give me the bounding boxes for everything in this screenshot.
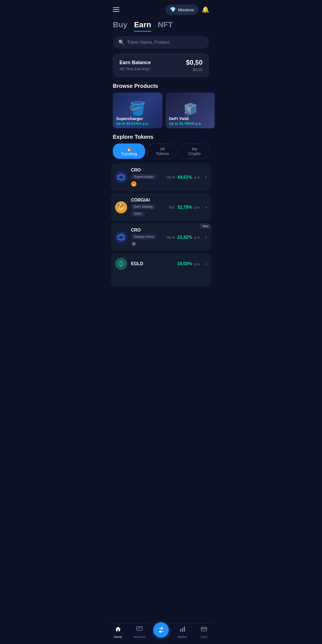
- token-item-cro-airdrop[interactable]: New CRO Airdrop Arena 👁 Up to 22,42% p.a…: [111, 223, 211, 251]
- corgiai-tags: DeFi Staking 360D: [131, 204, 165, 217]
- supercharger-rate-value: 44,51%% p.a.: [126, 121, 149, 126]
- token-item-egld[interactable]: EGLD 10,00% p.a. ›: [111, 253, 211, 286]
- products-scroll: 🪣 Supercharger Up to 44,51%% p.a. 🧊 DeFi…: [107, 93, 215, 134]
- defi-content: DeFi Yield Up to 32,79%% p.a.: [166, 113, 215, 128]
- balance-card: Earn Balance All-Time Earnings $0,50 $0,…: [113, 53, 209, 77]
- tab-earn[interactable]: Earn: [134, 20, 151, 32]
- svg-marker-3: [119, 235, 123, 240]
- cro-supercharger-rate-value: 44,51%: [177, 175, 192, 180]
- filter-my-crypto[interactable]: My Crypto: [180, 143, 209, 159]
- supercharger-rate: Up to 44,51%% p.a.: [116, 121, 159, 126]
- tag-supercharger: Supercharger: [131, 174, 157, 180]
- missions-label: Missions: [178, 7, 194, 12]
- egld-rate-suffix: p.a.: [194, 262, 200, 266]
- chevron-right-icon: ›: [205, 174, 207, 180]
- browse-products-title: Browse Products: [107, 83, 215, 93]
- cro-airdrop-avatar: [115, 231, 127, 243]
- corgiai-rate-suffix: p.a.: [194, 205, 200, 209]
- cro-airdrop-tags: Airdrop Arena 👁: [131, 234, 163, 247]
- cro-supercharger-rate: Up to 44,51% p.a.: [167, 175, 200, 180]
- app-header: 💎 Missions 🔔: [107, 0, 215, 17]
- corgiai-name: CORGIAI: [131, 198, 165, 203]
- egld-avatar: [115, 258, 127, 270]
- missions-button[interactable]: 💎 Missions: [165, 4, 198, 15]
- fire-badge-icon: 🔥: [131, 181, 137, 187]
- defi-rate-value: 32,79%% p.a.: [179, 121, 202, 126]
- egld-rate: 10,00% p.a.: [177, 261, 200, 266]
- cro-airdrop-info: CRO Airdrop Arena 👁: [131, 228, 163, 247]
- supercharger-rate-number: 44,51%: [126, 121, 138, 126]
- balance-subtitle: All-Time Earnings: [119, 67, 151, 71]
- hamburger-menu[interactable]: [113, 7, 119, 12]
- cro-rate-prefix: Up to: [167, 175, 175, 179]
- corgiai-rate: Est. 32,79% p.a.: [169, 205, 200, 210]
- balance-title: Earn Balance: [119, 60, 151, 66]
- product-card-defi[interactable]: 🧊 DeFi Yield Up to 32,79%% p.a.: [166, 93, 215, 128]
- chevron-right-icon: ›: [205, 261, 207, 267]
- cro-airdrop-rate-value: 22,42%: [177, 235, 192, 240]
- tag-defi-staking: DeFi Staking: [131, 204, 155, 210]
- egld-rate-value: 10,00%: [177, 261, 192, 266]
- eye-badge-icon: 👁: [131, 241, 137, 247]
- search-bar[interactable]: 🔍 Token Name, Product: [113, 36, 209, 49]
- cro-airdrop-rate: Up to 22,42% p.a.: [167, 235, 200, 240]
- explore-tokens-title: Explore Tokens: [107, 134, 215, 143]
- balance-earnings: $0,01: [186, 67, 203, 72]
- defi-rate-prefix: Up to: [169, 121, 178, 126]
- search-container: 🔍 Token Name, Product: [107, 32, 215, 53]
- svg-marker-1: [119, 175, 123, 180]
- supercharger-content: Supercharger Up to 44,51%% p.a.: [113, 113, 162, 128]
- tag-360d: 360D: [131, 211, 144, 217]
- main-tabs: Buy Earn NFT: [107, 17, 215, 32]
- new-badge: New: [200, 223, 211, 229]
- cro-supercharger-name: CRO: [131, 168, 163, 173]
- balance-right: $0,50 $0,01: [186, 59, 203, 72]
- supercharger-name: Supercharger: [116, 116, 159, 121]
- token-item-cro-supercharger[interactable]: CRO Supercharger 🔥 Up to 44,51% p.a. ›: [111, 163, 211, 191]
- search-icon: 🔍: [118, 39, 124, 45]
- defi-name: DeFi Yield: [169, 116, 212, 121]
- token-item-corgiai[interactable]: 🐕 CORGIAI DeFi Staking 360D Est. 32,79% …: [111, 193, 211, 221]
- corgiai-rate-prefix: Est.: [169, 205, 175, 209]
- tag-airdrop-arena: Airdrop Arena: [131, 234, 157, 240]
- supercharger-rate-suffix: p.a.: [143, 121, 149, 126]
- product-card-supercharger[interactable]: 🪣 Supercharger Up to 44,51%% p.a.: [113, 93, 162, 128]
- diamond-icon: 💎: [170, 7, 176, 13]
- cro-supercharger-rate-suffix: p.a.: [194, 175, 200, 179]
- cro-supercharger-tags: Supercharger 🔥: [131, 174, 163, 187]
- filter-trending[interactable]: 🔥 Trending: [113, 143, 145, 159]
- cro-airdrop-rate-suffix: p.a.: [194, 235, 200, 239]
- balance-left: Earn Balance All-Time Earnings: [119, 60, 151, 71]
- defi-rate-number: 32,79%: [179, 121, 191, 126]
- corgiai-avatar: 🐕: [115, 201, 127, 213]
- token-list: CRO Supercharger 🔥 Up to 44,51% p.a. › 🐕…: [107, 163, 215, 286]
- filter-tabs: 🔥 Trending All Tokens My Crypto: [107, 143, 215, 163]
- cro-airdrop-rate-prefix: Up to: [167, 235, 175, 239]
- cro-airdrop-name: CRO: [131, 228, 163, 233]
- defi-rate: Up to 32,79%% p.a.: [169, 121, 212, 126]
- search-placeholder: Token Name, Product: [127, 40, 170, 45]
- egld-info: EGLD: [131, 261, 173, 266]
- cro-supercharger-info: CRO Supercharger 🔥: [131, 168, 163, 187]
- chevron-right-icon: ›: [205, 204, 207, 210]
- corgiai-info: CORGIAI DeFi Staking 360D: [131, 198, 165, 217]
- corgiai-rate-value: 32,79%: [177, 205, 192, 210]
- chevron-right-icon: ›: [205, 234, 207, 240]
- notification-bell-icon[interactable]: 🔔: [202, 6, 209, 13]
- tab-buy[interactable]: Buy: [113, 20, 127, 32]
- tab-nft[interactable]: NFT: [158, 20, 173, 32]
- supercharger-rate-prefix: Up to: [116, 121, 125, 126]
- egld-name: EGLD: [131, 261, 173, 266]
- cro-avatar: [115, 171, 127, 183]
- header-right: 💎 Missions 🔔: [165, 4, 209, 15]
- balance-amount: $0,50: [186, 59, 203, 66]
- filter-all-tokens[interactable]: All Tokens: [148, 143, 177, 159]
- defi-rate-suffix: p.a.: [195, 121, 201, 126]
